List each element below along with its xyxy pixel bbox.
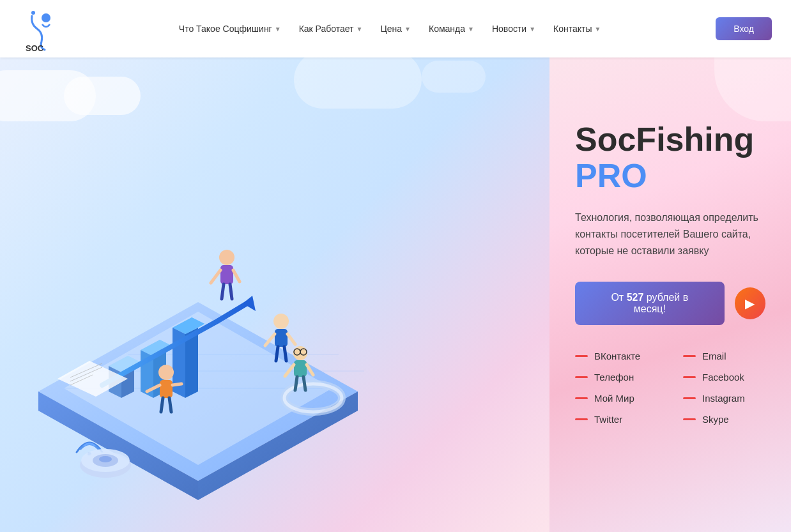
svg-rect-49: [160, 380, 173, 398]
chevron-down-icon: ▼: [529, 26, 535, 33]
service-item-email: Email: [683, 351, 765, 361]
hero-title-part2: ing: [704, 121, 754, 158]
login-button[interactable]: Вход: [716, 17, 772, 40]
chevron-down-icon: ▼: [595, 26, 601, 33]
corner-decoration: [714, 57, 791, 121]
service-dash: [575, 376, 588, 378]
hero-content-panel: SocFishing PRO Технология, позволяющая о…: [549, 57, 791, 532]
svg-point-36: [219, 250, 234, 265]
svg-point-42: [273, 314, 289, 329]
play-button[interactable]: ▶: [735, 287, 765, 319]
service-item-mymix: Мой Мир: [575, 393, 657, 404]
header: SOC FISHING Что Такое Соцфишинг ▼ Как Ра…: [0, 0, 791, 57]
main-nav: Что Такое Соцфишинг ▼ Как Работает ▼ Цен…: [64, 19, 716, 39]
service-dash: [683, 376, 696, 378]
nav-item-news[interactable]: Новости ▼: [484, 19, 543, 39]
nav-item-how[interactable]: Как Работает ▼: [291, 19, 371, 39]
service-dash: [575, 418, 588, 420]
svg-line-53: [169, 398, 171, 412]
nav-label-how: Как Работает: [299, 24, 354, 34]
nav-label-news: Новости: [492, 24, 526, 34]
service-col-1: ВКонтакте Телефон Мой Мир Twitter: [575, 351, 657, 425]
svg-line-52: [161, 398, 163, 412]
hero-subtitle: Технология, позволяющая определить конта…: [575, 209, 765, 259]
svg-line-39: [233, 270, 240, 282]
svg-rect-57: [294, 360, 307, 377]
service-item-phone: Телефон: [575, 372, 657, 383]
service-label-instagram: Instagram: [702, 393, 745, 404]
service-dash: [683, 355, 696, 357]
svg-point-2: [31, 11, 35, 15]
service-label-twitter: Twitter: [594, 414, 622, 425]
cta-button[interactable]: От 527 рублей в месяц!: [575, 282, 725, 325]
nav-label-price: Цена: [380, 24, 402, 34]
chevron-down-icon: ▼: [404, 26, 411, 33]
svg-line-61: [303, 377, 305, 390]
nav-label-contacts: Контакты: [553, 24, 592, 34]
svg-rect-43: [275, 329, 288, 347]
svg-marker-24: [243, 296, 256, 311]
svg-line-60: [295, 377, 297, 390]
svg-line-45: [288, 334, 295, 344]
service-col-2: Email Facebook Instagram Skype: [683, 351, 765, 425]
chevron-down-icon: ▼: [468, 26, 474, 33]
service-dash: [683, 418, 696, 420]
cta-prefix: От: [611, 292, 626, 303]
hero-title-pro: PRO: [575, 157, 647, 194]
nav-item-what[interactable]: Что Такое Соцфишинг ▼: [171, 19, 289, 39]
cta-price: 527: [627, 292, 644, 303]
cta-row: От 527 рублей в месяц! ▶: [575, 282, 765, 325]
svg-line-47: [284, 347, 286, 361]
svg-point-1: [42, 13, 50, 22]
svg-point-33: [99, 456, 112, 462]
service-label-skype: Skype: [702, 414, 729, 425]
service-dash: [683, 397, 696, 399]
svg-line-40: [222, 284, 224, 299]
svg-point-48: [158, 365, 174, 380]
service-item-twitter: Twitter: [575, 414, 657, 425]
services-grid: ВКонтакте Телефон Мой Мир Twitter: [575, 351, 765, 425]
chevron-down-icon: ▼: [275, 26, 281, 33]
service-label-mymix: Мой Мир: [594, 393, 634, 404]
svg-rect-37: [220, 265, 233, 284]
nav-item-price[interactable]: Цена ▼: [372, 19, 419, 39]
hero-section: SocFishing PRO Технология, позволяющая о…: [0, 57, 791, 532]
service-label-phone: Телефон: [594, 372, 634, 383]
chevron-down-icon: ▼: [357, 26, 363, 33]
nav-label-what: Что Такое Соцфишинг: [179, 24, 272, 34]
service-dash: [575, 397, 588, 399]
logo[interactable]: SOC FISHING: [19, 6, 64, 51]
svg-line-38: [211, 270, 220, 283]
service-label-vk: ВКонтакте: [594, 351, 640, 361]
svg-line-51: [173, 384, 181, 385]
svg-text:SOC: SOC: [26, 43, 44, 51]
service-dash: [575, 355, 588, 357]
service-item-instagram: Instagram: [683, 393, 765, 404]
nav-item-team[interactable]: Команда ▼: [421, 19, 482, 39]
nav-item-contacts[interactable]: Контакты ▼: [546, 19, 608, 39]
service-item-skype: Skype: [683, 414, 765, 425]
hero-title: SocFishing PRO: [575, 121, 765, 194]
nav-label-team: Команда: [429, 24, 465, 34]
hero-illustration-panel: [0, 57, 549, 532]
service-item-vk: ВКонтакте: [575, 351, 657, 361]
svg-line-46: [276, 347, 278, 361]
service-label-email: Email: [702, 351, 726, 361]
service-label-facebook: Facebook: [702, 372, 744, 383]
play-icon: ▶: [745, 296, 755, 311]
service-item-facebook: Facebook: [683, 372, 765, 383]
isometric-illustration: [0, 123, 396, 532]
svg-line-41: [230, 284, 232, 299]
hero-title-part1: SocFish: [575, 121, 704, 158]
